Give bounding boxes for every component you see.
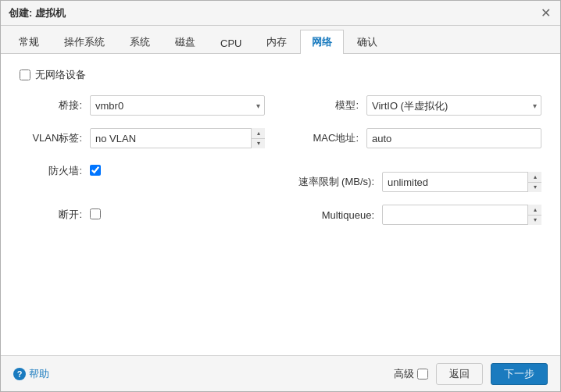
- firewall-label: 防火墙:: [20, 164, 90, 178]
- vlan-down-button[interactable]: ▾: [252, 139, 265, 149]
- close-icon: ✕: [541, 5, 551, 20]
- back-button[interactable]: 返回: [436, 363, 483, 385]
- vlan-spinner: ▴ ▾: [251, 128, 265, 148]
- vlan-control: ▴ ▾: [90, 128, 265, 148]
- rate-spinner: ▴ ▾: [527, 172, 541, 192]
- title-bar: 创建: 虚拟机 ✕: [1, 1, 560, 26]
- tab-bar: 常规 操作系统 系统 磁盘 CPU 内存 网络 确认: [1, 26, 560, 54]
- mac-label: MAC地址:: [296, 131, 366, 145]
- tab-general[interactable]: 常规: [7, 30, 51, 54]
- help-button[interactable]: ? 帮助: [13, 367, 49, 381]
- firewall-control: [90, 165, 265, 178]
- disconnect-row: 断开:: [20, 204, 265, 226]
- firewall-checkbox[interactable]: [90, 165, 101, 176]
- mac-row: MAC地址:: [296, 127, 541, 149]
- tab-system[interactable]: 系统: [118, 30, 162, 54]
- left-column: 桥接: vmbr0 ▾ VLAN标签: ▴ ▾: [20, 94, 265, 237]
- model-row: 模型: VirtIO (半虚拟化) ▾: [296, 94, 541, 116]
- rate-input[interactable]: [382, 172, 541, 192]
- tab-cpu[interactable]: CPU: [209, 32, 253, 54]
- no-network-row: 无网络设备: [20, 68, 541, 82]
- footer: ? 帮助 高级 返回 下一步: [1, 355, 560, 391]
- advanced-checkbox[interactable]: [417, 369, 428, 380]
- help-label: 帮助: [29, 367, 49, 381]
- no-network-label[interactable]: 无网络设备: [20, 68, 86, 82]
- form-grid: 桥接: vmbr0 ▾ VLAN标签: ▴ ▾: [20, 94, 541, 237]
- no-network-checkbox[interactable]: [20, 69, 30, 80]
- vlan-row: VLAN标签: ▴ ▾: [20, 127, 265, 149]
- bridge-label: 桥接:: [20, 98, 90, 112]
- main-window: 创建: 虚拟机 ✕ 常规 操作系统 系统 磁盘 CPU 内存 网络 确认 无网络…: [0, 0, 561, 392]
- rate-up-button[interactable]: ▴: [528, 172, 541, 183]
- multiqueue-down-button[interactable]: ▾: [528, 216, 541, 226]
- mac-input[interactable]: [366, 128, 541, 148]
- footer-right: 高级 返回 下一步: [394, 363, 548, 385]
- tab-network[interactable]: 网络: [300, 30, 344, 54]
- bridge-control: vmbr0 ▾: [90, 95, 265, 116]
- no-network-text: 无网络设备: [35, 68, 86, 82]
- next-button[interactable]: 下一步: [491, 363, 548, 385]
- multiqueue-label: Multiqueue:: [296, 209, 382, 221]
- close-button[interactable]: ✕: [538, 6, 552, 20]
- bridge-row: 桥接: vmbr0 ▾: [20, 94, 265, 116]
- advanced-label[interactable]: 高级: [394, 367, 428, 381]
- help-icon: ?: [13, 368, 26, 380]
- vlan-label: VLAN标签:: [20, 131, 90, 145]
- model-label: 模型:: [296, 98, 366, 112]
- window-title: 创建: 虚拟机: [9, 6, 66, 20]
- disconnect-label: 断开:: [20, 208, 90, 222]
- mac-control: [366, 128, 541, 148]
- tab-disk[interactable]: 磁盘: [163, 30, 207, 54]
- tab-confirm[interactable]: 确认: [345, 30, 389, 54]
- bridge-select[interactable]: vmbr0: [90, 95, 265, 116]
- firewall-row: 防火墙:: [20, 160, 265, 182]
- rate-label: 速率限制 (MB/s):: [296, 175, 382, 189]
- tab-os[interactable]: 操作系统: [52, 30, 116, 54]
- rate-control: ▴ ▾: [382, 172, 541, 192]
- multiqueue-control: ▴ ▾: [382, 205, 541, 225]
- rate-row: 速率限制 (MB/s): ▴ ▾: [296, 171, 541, 193]
- model-control: VirtIO (半虚拟化) ▾: [366, 95, 541, 116]
- multiqueue-spinner: ▴ ▾: [527, 205, 541, 225]
- disconnect-checkbox[interactable]: [90, 208, 101, 219]
- vlan-up-button[interactable]: ▴: [252, 128, 265, 139]
- advanced-text: 高级: [394, 367, 414, 381]
- right-column: 模型: VirtIO (半虚拟化) ▾ MAC地址:: [296, 94, 541, 237]
- vlan-input[interactable]: [90, 128, 265, 148]
- model-select[interactable]: VirtIO (半虚拟化): [366, 95, 541, 116]
- rate-down-button[interactable]: ▾: [528, 183, 541, 193]
- tab-memory[interactable]: 内存: [255, 30, 298, 54]
- multiqueue-up-button[interactable]: ▴: [528, 205, 541, 216]
- content-area: 无网络设备 桥接: vmbr0 ▾ VLAN标: [1, 54, 560, 355]
- multiqueue-input[interactable]: [382, 205, 541, 225]
- multiqueue-row: Multiqueue: ▴ ▾: [296, 204, 541, 226]
- disconnect-control: [90, 208, 265, 222]
